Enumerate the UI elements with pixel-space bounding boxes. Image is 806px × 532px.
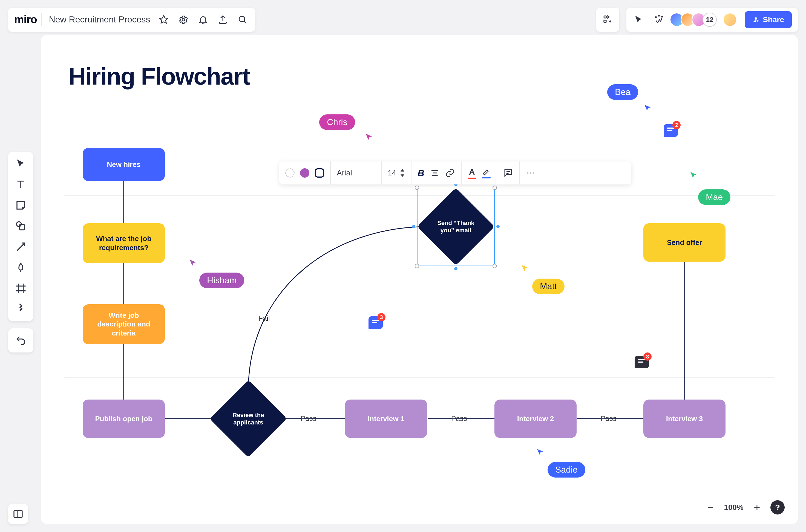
- ctx-font-size-segment[interactable]: 14: [382, 162, 412, 185]
- current-user-avatar[interactable]: [723, 13, 737, 27]
- bold-icon[interactable]: B: [417, 168, 424, 178]
- pointer-mode-icon[interactable]: [633, 14, 645, 26]
- node-send-offer[interactable]: Send offer: [643, 223, 726, 262]
- selection-midpoint[interactable]: [412, 225, 415, 228]
- align-icon[interactable]: [430, 168, 440, 178]
- selection-handle[interactable]: [415, 264, 419, 268]
- collaborator-label-hisham: Hisham: [199, 272, 244, 288]
- fill-color-swatch[interactable]: [300, 168, 310, 177]
- top-right-cluster: 12 Share: [596, 8, 798, 32]
- selection-handle[interactable]: [492, 264, 497, 268]
- text-color-icon[interactable]: A: [468, 167, 476, 179]
- selection-handle[interactable]: [492, 186, 497, 190]
- ctx-more-segment[interactable]: [520, 162, 542, 185]
- zoom-in-button[interactable]: +: [752, 502, 762, 513]
- node-label: Send “Thank you” email: [429, 199, 483, 254]
- comment-bubble[interactable]: 3: [369, 316, 383, 329]
- highlight-icon[interactable]: [482, 168, 491, 178]
- notification-icon[interactable]: [197, 14, 209, 26]
- node-review-applicants[interactable]: Review the applicants: [221, 391, 276, 446]
- comment-count-badge: 3: [643, 353, 652, 361]
- edge-label-fail: Fail: [259, 314, 270, 323]
- node-interview-1[interactable]: Interview 1: [345, 400, 427, 438]
- comment-bubble-resolved[interactable]: 3: [635, 356, 649, 368]
- shapes-tool-icon[interactable]: [15, 220, 27, 232]
- sticky-tool-icon[interactable]: [15, 199, 27, 211]
- collaborator-label-chris: Chris: [319, 114, 355, 130]
- share-icon: [752, 16, 760, 23]
- canvas[interactable]: Hiring Flowchart: [41, 35, 798, 524]
- svg-point-12: [532, 172, 534, 174]
- node-write-description[interactable]: Write job description and criteria: [83, 304, 165, 344]
- left-toolbar: [8, 152, 33, 321]
- node-thank-you[interactable]: Send “Thank you” email: [429, 199, 483, 254]
- font-family-select[interactable]: Arial: [337, 169, 375, 177]
- shape-context-toolbar: Arial 14 B A: [279, 162, 631, 185]
- search-icon[interactable]: [236, 14, 249, 26]
- collaborator-cursor-icon: [643, 104, 652, 112]
- ctx-font-name-segment[interactable]: Arial: [331, 162, 382, 185]
- svg-rect-3: [604, 20, 606, 22]
- node-requirements[interactable]: What are the job requirements?: [83, 223, 165, 263]
- svg-point-6: [662, 16, 662, 17]
- text-tool-icon[interactable]: [15, 178, 27, 191]
- svg-point-11: [530, 172, 531, 174]
- more-tools-icon[interactable]: [15, 303, 27, 316]
- ctx-comment-segment[interactable]: [497, 162, 520, 185]
- reactions-icon[interactable]: [653, 14, 665, 26]
- comment-count-badge: 2: [672, 121, 681, 129]
- link-icon[interactable]: [445, 168, 455, 178]
- share-button[interactable]: Share: [745, 11, 792, 28]
- edge-label-pass: Pass: [451, 414, 467, 423]
- settings-icon[interactable]: [177, 14, 190, 26]
- apps-panel[interactable]: [596, 8, 619, 32]
- node-interview-2[interactable]: Interview 2: [494, 400, 577, 438]
- node-interview-3[interactable]: Interview 3: [643, 400, 726, 438]
- selection-midpoint[interactable]: [496, 225, 500, 228]
- selection-midpoint[interactable]: [454, 267, 457, 270]
- font-size-stepper[interactable]: 14: [388, 169, 405, 177]
- collab-panel: 12 Share: [626, 8, 798, 32]
- avatar-overflow-count[interactable]: 12: [702, 13, 717, 27]
- collaborator-label-matt: Matt: [532, 279, 564, 294]
- share-button-label: Share: [763, 15, 784, 24]
- stepper-arrows-icon: [400, 169, 405, 177]
- node-label: Review the applicants: [221, 391, 276, 446]
- undo-button[interactable]: [8, 328, 33, 353]
- star-icon[interactable]: [157, 14, 170, 26]
- comment-bubble[interactable]: 2: [664, 124, 678, 137]
- edge-label-pass: Pass: [601, 414, 617, 423]
- help-button[interactable]: ?: [770, 500, 785, 514]
- svg-point-5: [659, 15, 659, 16]
- comment-lines-icon: [638, 359, 645, 364]
- shape-swatch[interactable]: [315, 168, 324, 177]
- collaborator-avatars[interactable]: 12: [673, 13, 737, 27]
- node-publish[interactable]: Publish open job: [83, 400, 165, 438]
- connector-tool-icon[interactable]: [15, 241, 27, 253]
- pen-tool-icon[interactable]: [15, 261, 27, 274]
- board-title[interactable]: New Recruitment Process: [49, 15, 150, 25]
- collaborator-cursor-icon: [689, 171, 698, 179]
- undo-icon: [15, 335, 26, 346]
- select-tool-icon[interactable]: [15, 157, 27, 170]
- svg-point-10: [527, 172, 528, 174]
- more-icon: [526, 168, 536, 178]
- border-style-swatch[interactable]: [285, 168, 295, 177]
- selection-handle[interactable]: [415, 186, 419, 190]
- svg-point-0: [182, 18, 185, 21]
- collaborator-cursor-icon: [536, 448, 544, 456]
- collaborator-label-mae: Mae: [698, 189, 730, 205]
- edge-label-pass: Pass: [301, 414, 317, 423]
- collaborator-cursor-icon: [521, 264, 529, 272]
- node-new-hires[interactable]: New hires: [83, 148, 165, 181]
- top-bar: miro New Recruitment Process: [8, 5, 798, 34]
- zoom-out-button[interactable]: −: [705, 502, 716, 513]
- comment-icon: [503, 168, 513, 178]
- frame-tool-icon[interactable]: [15, 282, 27, 295]
- export-icon[interactable]: [217, 14, 229, 26]
- panel-toggle-button[interactable]: [8, 504, 28, 524]
- zoom-value[interactable]: 100%: [724, 503, 744, 512]
- collaborator-label-bea: Bea: [607, 84, 638, 100]
- app-logo[interactable]: miro: [14, 14, 42, 26]
- apps-icon: [602, 14, 613, 25]
